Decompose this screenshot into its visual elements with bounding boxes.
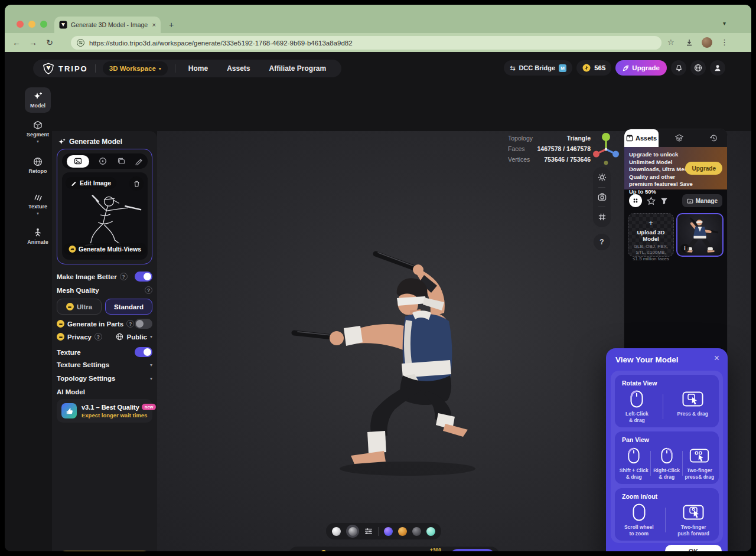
- browser-tab[interactable]: Generate 3D Model - Image a ×: [54, 17, 161, 33]
- rail-item-model[interactable]: Model: [25, 87, 51, 113]
- forward-button[interactable]: →: [25, 38, 41, 47]
- delete-image-button[interactable]: [129, 176, 144, 191]
- quality-standard-button[interactable]: Standard: [105, 299, 152, 315]
- banner-upgrade-button[interactable]: Upgrade: [685, 162, 722, 175]
- make-image-better-toggle[interactable]: [135, 272, 152, 282]
- info-button[interactable]: i: [680, 244, 689, 253]
- privacy-select[interactable]: Public ▾: [116, 333, 152, 341]
- help-icon[interactable]: ?: [120, 273, 128, 280]
- tab-multi-image-icon[interactable]: [117, 157, 125, 165]
- faces-label: Faces: [508, 145, 525, 152]
- help-button[interactable]: ?: [594, 234, 610, 250]
- texture-settings-row[interactable]: Texture Settings ▾: [57, 361, 152, 368]
- close-window-button[interactable]: [17, 21, 24, 28]
- section-title: Zoom in/out: [622, 493, 715, 500]
- axis-gizmo[interactable]: [592, 131, 620, 168]
- upload-specs: GLB, OBJ, FBX, STL, ≤100MB, ≤1.5 million…: [628, 244, 673, 262]
- texture-toggle[interactable]: [135, 347, 152, 357]
- notifications-button[interactable]: [671, 60, 686, 76]
- model-asset-card[interactable]: i: [676, 213, 724, 257]
- tab-history-icon[interactable]: [709, 134, 718, 142]
- image-icon: [74, 157, 82, 165]
- tab-search-caret-icon[interactable]: ▾: [723, 20, 726, 27]
- input-image-card[interactable]: Edit Image Generate Multi-Views: [62, 172, 148, 260]
- tab-image-input[interactable]: [67, 155, 89, 168]
- language-button[interactable]: [690, 60, 706, 76]
- material-dark[interactable]: [412, 527, 421, 536]
- back-button[interactable]: ←: [8, 38, 25, 47]
- character-model[interactable]: [272, 242, 484, 484]
- rail-item-texture[interactable]: Texture ▾: [24, 192, 52, 215]
- mouse-scroll-icon: [633, 503, 646, 521]
- help-icon[interactable]: ?: [126, 320, 134, 328]
- quality-ultra-button[interactable]: Ultra: [57, 299, 102, 315]
- download-icon[interactable]: [685, 38, 693, 47]
- tab-layers-icon[interactable]: [675, 134, 683, 142]
- rail-item-segment[interactable]: Segment ▾: [24, 120, 52, 143]
- grid-icon[interactable]: [598, 212, 607, 221]
- crown-icon: [69, 246, 76, 253]
- material-gold[interactable]: [398, 527, 407, 536]
- generate-in-parts-toggle[interactable]: [135, 319, 152, 329]
- maximize-window-button[interactable]: [40, 21, 47, 28]
- nav-link-home[interactable]: Home: [188, 64, 208, 73]
- help-icon[interactable]: ?: [94, 333, 102, 341]
- nav-link-assets[interactable]: Assets: [227, 64, 250, 73]
- manage-button[interactable]: Manage: [682, 194, 722, 207]
- material-textured-selected[interactable]: [346, 525, 359, 538]
- minimize-window-button[interactable]: [28, 21, 35, 28]
- filter-funnel-icon[interactable]: [660, 197, 668, 205]
- tab-assets[interactable]: Assets: [624, 129, 659, 147]
- account-button[interactable]: [710, 60, 725, 76]
- generate-multiviews-button[interactable]: Generate Multi-Views: [63, 243, 146, 255]
- material-teal[interactable]: [426, 527, 435, 536]
- close-tab-icon[interactable]: ×: [152, 21, 156, 28]
- view-all-button[interactable]: [629, 194, 642, 207]
- upgrade-button[interactable]: Upgrade: [615, 60, 667, 76]
- help-icon[interactable]: ?: [145, 286, 152, 294]
- pencil-icon: [71, 180, 77, 186]
- rail-item-animate[interactable]: Animate: [24, 228, 52, 245]
- site-settings-icon[interactable]: [77, 39, 84, 47]
- globe-icon: [116, 333, 123, 341]
- export-button[interactable]: Export: [450, 549, 495, 551]
- topology-settings-row[interactable]: Topology Settings ▾: [57, 375, 152, 382]
- edit-image-button[interactable]: Edit Image: [66, 177, 116, 189]
- grid-dots-icon: [633, 198, 638, 204]
- workspace-dropdown[interactable]: 3D Workspace ▾: [103, 61, 168, 76]
- material-white[interactable]: [332, 527, 341, 536]
- material-settings-icon[interactable]: [364, 527, 373, 535]
- nav-link-affiliate[interactable]: Affiliate Program: [269, 64, 327, 73]
- chevron-down-icon: ▾: [37, 139, 39, 143]
- privacy-value: Public: [126, 333, 147, 341]
- profile-avatar[interactable]: [702, 37, 712, 48]
- browser-menu-icon[interactable]: ⋮: [721, 38, 728, 47]
- url-bar[interactable]: https://studio.tripo3d.ai/workspace/gene…: [71, 36, 662, 50]
- new-tab-button[interactable]: +: [169, 20, 174, 30]
- favorites-filter-icon[interactable]: [647, 197, 656, 205]
- tab-text-to-model-icon[interactable]: [99, 157, 107, 165]
- bookmark-icon[interactable]: ☆: [667, 38, 674, 47]
- tab-sketch-icon[interactable]: [135, 157, 143, 165]
- thumbs-up-icon: [61, 403, 77, 418]
- modal-close-icon[interactable]: ×: [714, 353, 719, 364]
- bell-icon: [675, 64, 683, 72]
- globe-icon: [694, 64, 702, 72]
- upload-3d-model-card[interactable]: + Upload 3D Model GLB, OBJ, FBX, STL, ≤1…: [628, 213, 674, 257]
- reload-button[interactable]: ↻: [41, 38, 58, 47]
- render-settings-icon[interactable]: [598, 173, 607, 182]
- modal-body: Rotate View Left-Click & drag Press & dr…: [611, 371, 723, 543]
- generate-model-button[interactable]: Generate Model 35: [57, 551, 152, 551]
- section-title: Rotate View: [622, 380, 715, 387]
- ai-model-card[interactable]: v3.1 – Best Quality new Expect longer wa…: [57, 399, 152, 423]
- credits-counter[interactable]: 565: [576, 60, 611, 76]
- screenshot-camera-icon[interactable]: [598, 192, 607, 201]
- tripo-logo[interactable]: TRIPO: [43, 63, 88, 74]
- hint-caption: Left-Click & drag: [625, 411, 649, 424]
- dcc-bridge-button[interactable]: ⇆ DCC Bridge M: [504, 60, 572, 76]
- ok-button[interactable]: OK: [665, 545, 722, 551]
- hint-two-finger-push: Two-finger push forward: [677, 503, 709, 537]
- rail-item-retopo[interactable]: Retopo: [24, 157, 52, 174]
- material-iridescent[interactable]: [384, 527, 393, 536]
- coin-icon: [582, 64, 591, 72]
